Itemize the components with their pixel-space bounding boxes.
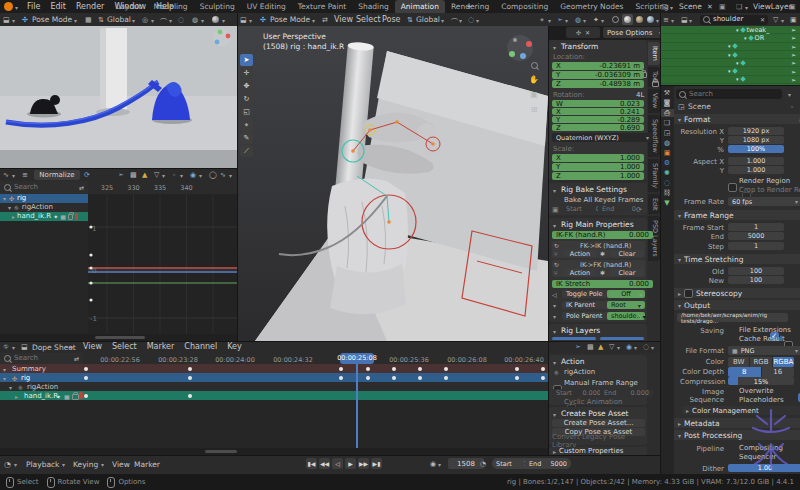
frame-end-field[interactable]: End5000: [525, 458, 571, 469]
time-stretch-section-header[interactable]: ▾Time Stretching: [674, 254, 800, 264]
speaker-icon[interactable]: ◁: [552, 291, 557, 298]
ik-stretch-slider[interactable]: IK Stretch0.000: [552, 280, 653, 288]
show-gizmo-caret-icon[interactable]: ▾: [565, 17, 568, 24]
measure-tool[interactable]: ⟋: [240, 145, 253, 157]
render-properties-tab[interactable]: ◙: [660, 99, 674, 107]
outliner-type-caret-icon[interactable]: ▾: [671, 17, 674, 24]
shading-wireframe-icon[interactable]: [612, 16, 619, 23]
mode-dropdown[interactable]: Pose Mode: [270, 16, 310, 24]
expand-caret-icon[interactable]: ▾: [744, 35, 747, 41]
custom-properties-header[interactable]: ▸Custom Properties: [549, 447, 647, 455]
old-field[interactable]: 100: [728, 267, 784, 275]
selectable-arrow-icon[interactable]: ➢: [791, 68, 796, 75]
keying-caret-icon[interactable]: ▾: [101, 461, 104, 468]
normalize-auto-icon[interactable]: ⟳: [84, 171, 90, 179]
new-viewlayer-icon[interactable]: ▣: [789, 3, 796, 11]
mode-caret-icon[interactable]: ▾: [312, 17, 315, 24]
gizmo-caret-icon[interactable]: ▾: [548, 17, 551, 24]
proportional-caret-icon[interactable]: ▾: [476, 17, 479, 24]
app-menu-file[interactable]: File: [22, 0, 45, 13]
graph-fcurve-icon[interactable]: ∿: [220, 171, 226, 179]
graph-onion-icon[interactable]: ▩: [130, 171, 137, 179]
camera-mode-caret-icon[interactable]: ▾: [74, 17, 77, 24]
snap-magnet-icon[interactable]: ⌒: [160, 16, 167, 26]
scene-properties-tab[interactable]: ◲: [660, 129, 674, 137]
stereoscopy-checkbox[interactable]: [684, 289, 693, 298]
orientation-caret-icon[interactable]: ▾: [441, 17, 444, 24]
selectable-arrow-icon[interactable]: ➢: [791, 34, 796, 41]
timeline-view-menu[interactable]: View: [112, 461, 130, 469]
output-properties-tab[interactable]: ⎙: [660, 109, 674, 117]
expand-caret-icon[interactable]: ▾: [736, 27, 739, 33]
expand-caret-icon[interactable]: ▾: [8, 204, 11, 211]
shading-solid-icon[interactable]: [212, 16, 219, 23]
app-menu-render[interactable]: Render: [71, 0, 109, 13]
graph-search-toggle-icon[interactable]: ⇄: [79, 184, 84, 191]
dope-menu-select[interactable]: Select: [107, 341, 142, 353]
autokey-icon[interactable]: ◉: [430, 460, 436, 468]
rig-bake-collapse-icon[interactable]: ▾: [553, 187, 556, 194]
scale-y-field[interactable]: Y1.000: [552, 163, 644, 171]
graph-pivot-icon[interactable]: ◦: [172, 171, 176, 179]
editor-type-caret-icon[interactable]: ▾: [12, 17, 15, 24]
rotation-mode-dropdown[interactable]: Quaternion (WXYZ)▾: [552, 133, 653, 142]
dope-proportional-icon[interactable]: ◌: [643, 343, 649, 351]
rotation-z-field[interactable]: Z0.690: [552, 124, 644, 131]
expand-caret-icon[interactable]: ▾: [728, 43, 731, 49]
mute-icon[interactable]: [75, 213, 78, 220]
scale-x-field[interactable]: X1.000: [552, 154, 644, 162]
new-field[interactable]: 100: [728, 276, 784, 284]
modifier-icon[interactable]: ▦: [60, 213, 66, 220]
normalize-button[interactable]: Normalize: [34, 170, 80, 180]
keying-menu[interactable]: Keying: [73, 461, 98, 469]
transform-tool[interactable]: ⌖: [240, 119, 253, 131]
outliner-row[interactable]: ▾OR➢: [660, 34, 800, 42]
dope-snap-caret-icon[interactable]: ▾: [634, 344, 637, 351]
frame-start-field[interactable]: 1: [728, 223, 784, 231]
location-z-field[interactable]: Z-0.48938 m: [552, 80, 644, 88]
rgba-option[interactable]: RGBA: [773, 357, 794, 367]
rig-layer-button[interactable]: [600, 337, 644, 340]
timeline-editor-icon[interactable]: ◔: [4, 460, 11, 469]
scene-unlink-icon[interactable]: ✕: [707, 3, 713, 11]
outliner-row[interactable]: ▾➢: [660, 59, 800, 67]
graph-filter-caret-icon[interactable]: ▾: [162, 172, 165, 179]
snap-magnet-icon[interactable]: ⌒: [451, 16, 458, 26]
rotation-y-field[interactable]: Y-0.289: [552, 116, 644, 123]
camera-view-icon[interactable]: ▣: [530, 90, 538, 99]
dope-row-summary[interactable]: ▾ Summary: [0, 364, 548, 373]
playback-menu[interactable]: Playback: [26, 461, 59, 469]
bake-end-field[interactable]: End0: [598, 205, 640, 213]
dope-editor-caret-icon[interactable]: ▾: [12, 344, 15, 351]
graph-channel-rig[interactable]: ▾✣ rig: [0, 194, 88, 203]
next-keyframe-button[interactable]: ▶▶: [358, 458, 369, 469]
dope-search[interactable]: Search ⇄: [0, 353, 83, 364]
expand-caret-icon[interactable]: ▾: [3, 366, 6, 373]
cursor-tool[interactable]: ✛: [240, 67, 253, 79]
graph-channel-rigaction[interactable]: ▾⛗ rigAction: [0, 203, 88, 212]
graph-filter-funnel-icon[interactable]: ▽: [154, 171, 159, 179]
expand-caret-icon[interactable]: ▸: [15, 393, 18, 400]
pole-parent-caret-icon[interactable]: ▾: [553, 313, 556, 320]
tab-edit[interactable]: Edit: [648, 194, 660, 215]
outliner-filter-icon[interactable]: ▽: [773, 16, 778, 24]
outliner-filter-caret-icon[interactable]: ▾: [781, 17, 784, 24]
dope-row-rigaction[interactable]: ▾ ⛗ rigAction: [0, 382, 548, 391]
graph-snap-caret-icon[interactable]: ▾: [199, 172, 202, 179]
data-properties-tab[interactable]: ▼: [660, 199, 674, 207]
selectable-arrow-icon[interactable]: ➢: [791, 43, 796, 50]
graph-hscrollbar[interactable]: [0, 334, 237, 341]
depth-16-option[interactable]: 16: [762, 367, 795, 377]
resolution-y-field[interactable]: 1080 px: [728, 136, 784, 144]
ik2fk-clear-button[interactable]: Clear: [610, 269, 644, 276]
dope-mode-caret-icon[interactable]: ▾: [70, 344, 73, 351]
rig-main-collapse-icon[interactable]: ▾: [553, 222, 556, 229]
dope-select-filter-icon[interactable]: ➣: [575, 343, 581, 351]
expand-caret-icon[interactable]: ▾: [736, 76, 739, 82]
location-y-field[interactable]: Y-0.036309 m: [552, 71, 644, 79]
fk2ik-clear-button[interactable]: Clear: [610, 250, 644, 257]
close-icon[interactable]: ✕: [585, 29, 590, 36]
render-region-checkbox[interactable]: [728, 183, 737, 192]
editor-type-icon[interactable]: ⬓: [240, 16, 247, 24]
snap-icon[interactable]: ⑂: [639, 302, 643, 309]
